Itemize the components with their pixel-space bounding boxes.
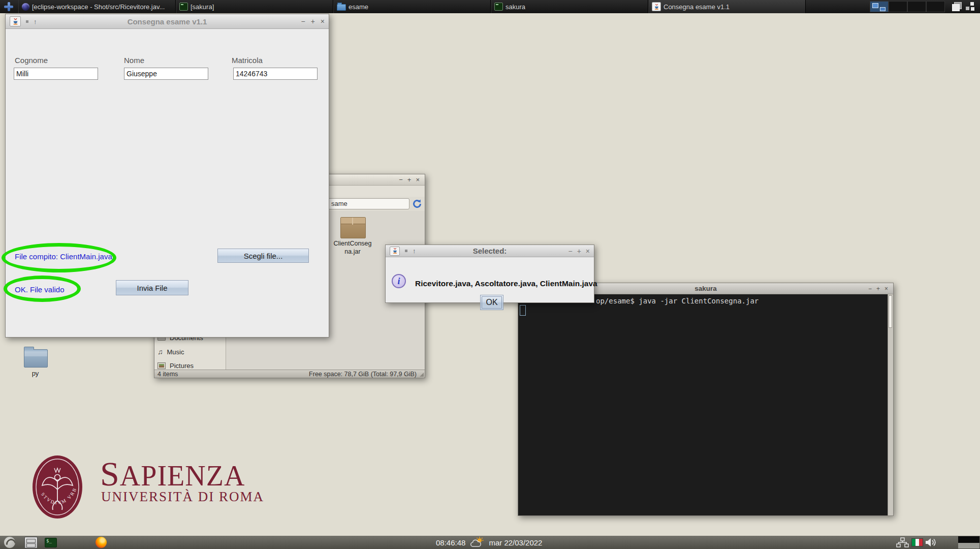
info-icon: i bbox=[392, 274, 406, 288]
dialog-message: Ricevitore.java, Ascoltatore.java, Clien… bbox=[415, 279, 597, 288]
maximize-button[interactable]: + bbox=[577, 247, 581, 255]
taskbar-button-label: Consegna esame v1.1 bbox=[663, 3, 730, 11]
terminal-scrollbar[interactable] bbox=[888, 294, 893, 515]
desktop: [eclipse-workspace - Shot/src/Ricevitore… bbox=[0, 0, 980, 549]
ok-button[interactable]: OK bbox=[480, 295, 503, 310]
terminal-content[interactable]: op/esame$ java -jar ClientConsegna.jar bbox=[518, 294, 893, 515]
workspace-1[interactable] bbox=[870, 1, 889, 12]
consegna-esame-window: ↑ Consegna esame v1.1 − + × Cognome Nome… bbox=[5, 14, 329, 338]
send-file-button[interactable]: Invia File bbox=[116, 280, 188, 295]
workspace-3[interactable] bbox=[907, 1, 926, 12]
taskbar-button-eclipse[interactable]: [eclipse-workspace - Shot/src/Ricevitore… bbox=[18, 0, 176, 13]
valid-status-text: OK. File valido bbox=[15, 285, 65, 294]
selected-dialog: ↑ Selected: − + × i Ricevitore.java, Asc… bbox=[385, 245, 594, 303]
bottom-taskbar: $_ 08:46:48 mar 22/03/2022 bbox=[0, 536, 980, 549]
workspace-pager[interactable] bbox=[870, 1, 945, 12]
java-icon bbox=[652, 2, 661, 11]
window-menu-icon[interactable] bbox=[26, 20, 28, 23]
firefox-launcher-icon[interactable] bbox=[96, 537, 107, 548]
nome-field[interactable] bbox=[124, 68, 208, 80]
taskbar-button-consegna[interactable]: Consegna esame v1.1 bbox=[648, 0, 806, 13]
free-space-text: Free space: 78,7 GiB (Total: 97,9 GiB) bbox=[309, 371, 417, 378]
close-button[interactable]: × bbox=[321, 17, 325, 25]
nome-label: Nome bbox=[124, 56, 144, 65]
file-status-text: File compito: ClientMain.java bbox=[15, 252, 112, 261]
terminal-cursor bbox=[520, 305, 526, 316]
close-button[interactable]: × bbox=[586, 247, 590, 255]
consegna-window-title: Consegna esame v1.1 bbox=[6, 17, 329, 26]
dialog-titlebar[interactable]: ↑ Selected: − + × bbox=[386, 245, 594, 257]
sapienza-logo-subtitle: UNIVERSITÀ DI ROMA bbox=[101, 489, 264, 505]
desktop-folder-label[interactable]: py bbox=[14, 370, 57, 377]
taskbar-button-label: esame bbox=[349, 3, 368, 11]
resize-grip[interactable] bbox=[420, 373, 424, 377]
items-count: 4 items bbox=[157, 371, 178, 378]
close-button[interactable]: × bbox=[416, 176, 420, 184]
clock-date-area[interactable]: 08:46:48 mar 22/03/2022 bbox=[436, 536, 542, 549]
jar-file-label[interactable]: ClientConseg na.jar bbox=[327, 239, 378, 256]
terminal-command-line: op/esame$ java -jar ClientConsegna.jar bbox=[596, 297, 758, 305]
volume-icon[interactable] bbox=[925, 537, 937, 548]
clock-text: 08:46:48 bbox=[436, 538, 465, 547]
matricola-label: Matricola bbox=[232, 56, 263, 65]
jar-file-label-line2: na.jar bbox=[327, 248, 378, 256]
sidebar-item-label: Music bbox=[167, 348, 184, 356]
consegna-titlebar[interactable]: ↑ Consegna esame v1.1 − + × bbox=[6, 14, 329, 29]
java-icon bbox=[390, 247, 400, 256]
jar-file-icon[interactable] bbox=[340, 217, 366, 238]
minimize-button[interactable]: − bbox=[399, 176, 403, 184]
desktop-folder-icon-py[interactable] bbox=[24, 349, 48, 368]
weather-icon bbox=[470, 536, 484, 548]
app-menu-plus-icon[interactable] bbox=[4, 2, 14, 12]
workspace-4[interactable] bbox=[926, 1, 945, 12]
maximize-button[interactable]: + bbox=[407, 176, 412, 184]
file-manager-launcher-icon[interactable] bbox=[24, 537, 38, 548]
window-list-icon[interactable] bbox=[952, 2, 961, 11]
sidebar-item-music[interactable]: ♫ Music bbox=[157, 347, 184, 357]
pictures-icon bbox=[157, 362, 166, 369]
close-button[interactable]: × bbox=[884, 285, 888, 292]
top-taskbar: [eclipse-workspace - Shot/src/Ricevitore… bbox=[0, 0, 980, 13]
dialog-title: Selected: bbox=[386, 247, 594, 255]
minimize-button[interactable]: − bbox=[568, 247, 572, 255]
maximize-button[interactable]: + bbox=[876, 285, 880, 292]
launcher-xfce-icon[interactable] bbox=[4, 537, 15, 548]
tray-preview-box[interactable] bbox=[958, 536, 979, 548]
cognome-label: Cognome bbox=[15, 56, 48, 65]
refresh-button[interactable] bbox=[412, 198, 423, 209]
sidebar-item-label: Pictures bbox=[170, 362, 194, 370]
terminal-icon bbox=[494, 3, 503, 11]
jar-file-label-line1: ClientConseg bbox=[327, 239, 378, 248]
maximize-button[interactable]: + bbox=[311, 17, 315, 25]
up-arrow-icon[interactable]: ↑ bbox=[34, 18, 37, 25]
taskbar-button-sakura-min[interactable]: [sakura] bbox=[176, 0, 333, 13]
workspace-2[interactable] bbox=[889, 1, 907, 12]
scrollbar-thumb[interactable] bbox=[889, 295, 892, 328]
taskbar-button-esame[interactable]: esame bbox=[333, 0, 491, 13]
show-desktop-grid-icon[interactable] bbox=[966, 2, 975, 11]
taskbar-button-sakura[interactable]: sakura bbox=[491, 0, 648, 13]
consegna-body: Cognome Nome Matricola File compito: Cli… bbox=[6, 29, 329, 337]
taskbar-button-label: [eclipse-workspace - Shot/src/Ricevitore… bbox=[32, 3, 165, 11]
taskbar-button-label: [sakura] bbox=[191, 3, 214, 11]
eclipse-icon bbox=[22, 3, 29, 11]
window-menu-icon[interactable] bbox=[405, 250, 407, 252]
java-icon bbox=[10, 16, 21, 26]
sapienza-logo-title: SAPIENZA bbox=[100, 456, 245, 491]
choose-file-button[interactable]: Scegli file... bbox=[217, 249, 309, 263]
taskbar-button-label: sakura bbox=[505, 3, 525, 11]
terminal-window: sakura − + × op/esame$ java -jar ClientC… bbox=[518, 283, 894, 516]
cognome-field[interactable] bbox=[14, 68, 98, 80]
sidebar-item-pictures[interactable]: Pictures bbox=[157, 360, 194, 371]
date-text: mar 22/03/2022 bbox=[489, 538, 542, 547]
folder-icon bbox=[337, 4, 346, 11]
sapienza-emblem: STVDIVM VRBIS bbox=[32, 455, 83, 519]
terminal-launcher-icon[interactable]: $_ bbox=[45, 538, 57, 547]
minimize-button[interactable]: − bbox=[868, 285, 872, 292]
up-arrow-icon[interactable]: ↑ bbox=[413, 247, 416, 255]
music-note-icon: ♫ bbox=[157, 348, 163, 356]
matricola-field[interactable] bbox=[233, 68, 318, 80]
network-icon[interactable] bbox=[896, 537, 909, 548]
keyboard-layout-flag-it[interactable] bbox=[911, 538, 923, 546]
minimize-button[interactable]: − bbox=[301, 17, 305, 25]
